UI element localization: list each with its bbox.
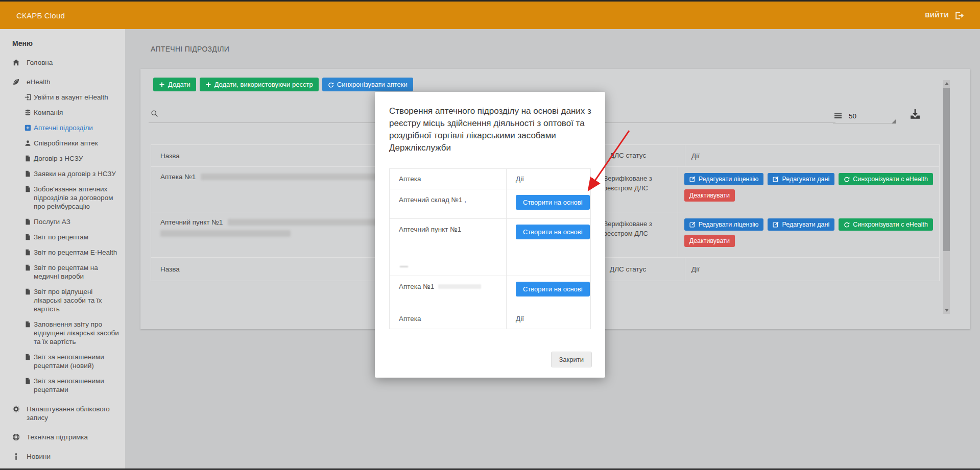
info-icon — [12, 453, 20, 460]
deactivate-button[interactable]: Деактивувати — [684, 235, 735, 247]
edit-license-button[interactable]: Редагувати ліцензію — [684, 173, 764, 185]
modal-table-footer-row: Аптека Дії — [390, 308, 590, 329]
create-from-registry-button[interactable]: Створити на основі — [516, 225, 590, 239]
row-dls-status: Верифіковане з реєстром ДЛС — [597, 167, 678, 212]
row-actions-cell: Редагувати ліцензіюРедагувати даніСинхро… — [678, 167, 939, 212]
edit-icon — [689, 221, 696, 228]
vertical-scrollbar[interactable] — [943, 80, 950, 314]
sidebar-item[interactable]: Звіт за непогашеними рецептами — [12, 377, 121, 394]
sidebar-item[interactable]: Аптечні підрозділи — [12, 123, 121, 132]
redacted-text — [228, 219, 396, 226]
sidebar-item[interactable]: Головна — [12, 58, 121, 67]
edit-data-button[interactable]: Редагувати дані — [768, 218, 834, 231]
sidebar-item-label: eHealth — [27, 78, 51, 86]
sidebar-item[interactable]: Договір з НСЗУ — [12, 154, 121, 163]
sidebar-item-label: Увійти в акаунт eHealth — [34, 93, 108, 102]
sidebar-item[interactable]: Увійти в акаунт eHealth — [12, 93, 121, 102]
create-from-registry-button[interactable]: Створити на основі — [516, 195, 590, 210]
file-icon — [25, 155, 31, 162]
registry-entry-actions: Створити на основі — [506, 276, 590, 308]
add-button[interactable]: Додати — [153, 78, 196, 91]
sidebar-item-label: Співробітники аптек — [34, 139, 98, 147]
sidebar-item-label: Зобов'язання аптечних підрозділів за дог… — [34, 185, 121, 211]
sidebar-item-label: Послуги АЗ — [34, 217, 70, 226]
select-resize-corner-icon — [892, 119, 896, 123]
home-icon — [12, 59, 20, 66]
registry-entry-actions: Створити на основі — [506, 219, 590, 276]
refresh-icon — [844, 176, 850, 182]
page-size-select[interactable]: 50 — [833, 109, 896, 123]
registry-entry-name: Аптечний склад №1 , — [390, 189, 506, 218]
edit-license-button[interactable]: Редагувати ліцензію — [684, 218, 764, 231]
scrollbar-down-button[interactable] — [943, 307, 950, 314]
modal-table-body: Аптечний склад №1 ,Створити на основіАпт… — [390, 189, 590, 308]
sidebar-item[interactable]: Звіт по рецептам — [12, 233, 121, 241]
sidebar-item[interactable]: Звіт по рецептам на медичні вироби — [12, 263, 121, 281]
registry-entry-name: Аптека №1 — [390, 276, 506, 308]
sync-pharmacies-button[interactable]: Синхронізувати аптеки — [322, 78, 413, 91]
modal-column-header-pharmacy: Аптека — [390, 169, 506, 189]
sync-ehealth-button[interactable]: Синхронізувати с eHealth — [839, 218, 933, 231]
registry-entry-actions: Створити на основі — [506, 189, 590, 218]
modal-registry-row: Аптека №1Створити на основі — [390, 276, 590, 308]
modal-registry-row: Аптечний пункт №1Створити на основі — [390, 219, 590, 276]
sidebar-item-label: Звіт по рецептам на медичні вироби — [34, 263, 121, 281]
column-footer-dls: ДЛС статус — [603, 258, 685, 281]
sidebar-item-label: Технічна підтримка — [27, 433, 88, 441]
list-menu-icon — [834, 112, 842, 120]
modal-table-header-row: Аптека Дії — [390, 169, 590, 189]
sidebar-item[interactable]: eHealth — [12, 78, 121, 86]
sidebar-item[interactable]: Компанія — [12, 108, 121, 117]
gear-icon — [12, 405, 20, 413]
sidebar-item[interactable]: Звіт про відпущені лікарські засоби та ї… — [12, 287, 121, 313]
sidebar-item-label: Заявки на договір з НСЗУ — [34, 169, 116, 178]
plus-icon — [159, 82, 165, 88]
download-button[interactable] — [910, 108, 921, 119]
sidebar-item[interactable]: Співробітники аптек — [12, 139, 121, 147]
user-icon — [25, 140, 31, 146]
sidebar-item-label: Звіт по рецептам E-Health — [34, 248, 117, 257]
sidebar-item[interactable]: Налаштування облікового запису — [12, 405, 121, 422]
sidebar-item[interactable]: Зобов'язання аптечних підрозділів за дог… — [12, 185, 121, 211]
logout-label: ВИЙТИ — [925, 12, 949, 19]
app-screen: СКАРБ Cloud ВИЙТИ Меню ГоловнаeHealthУві… — [0, 0, 980, 470]
file-icon — [25, 186, 31, 192]
close-modal-button[interactable]: Закрити — [551, 352, 592, 367]
sidebar-item[interactable]: Технічна підтримка — [12, 433, 121, 441]
modal-column-footer-pharmacy: Аптека — [390, 308, 506, 329]
sidebar-item[interactable]: Заявки на договір з НСЗУ — [12, 169, 121, 178]
scrollbar-up-button[interactable] — [943, 80, 950, 87]
sidebar-item[interactable]: Заповнення звіту про відпущені лікарські… — [12, 320, 121, 346]
download-icon — [910, 108, 921, 119]
sidebar-item-label: Головна — [27, 58, 53, 67]
logout-button[interactable]: ВИЙТИ — [925, 11, 964, 20]
modal-title: Створення аптечного підрозділу на основі… — [389, 105, 592, 154]
file-icon — [25, 321, 31, 328]
deactivate-button[interactable]: Деактивувати — [684, 189, 735, 202]
create-from-registry-button[interactable]: Створити на основі — [516, 282, 590, 296]
redacted-text — [400, 266, 408, 267]
sidebar-item[interactable]: Звіт за непогашеними рецептами (новий) — [12, 353, 121, 370]
sidebar-item-label: Договір з НСЗУ — [34, 154, 83, 163]
file-icon — [25, 249, 31, 256]
sidebar-item-label: Звіт за непогашеними рецептами (новий) — [34, 353, 121, 370]
sidebar-title: Меню — [12, 39, 121, 47]
sync-ehealth-button[interactable]: Синхронізувати с eHealth — [839, 173, 933, 185]
page-title: АПТЕЧНІ ПІДРОЗДІЛИ — [151, 45, 229, 53]
file-icon — [25, 234, 31, 240]
database-icon — [25, 109, 31, 116]
add-using-registry-button[interactable]: Додати, використовуючи реєстр — [200, 78, 319, 91]
sidebar-item[interactable]: Послуги АЗ — [12, 217, 121, 226]
refresh-icon — [844, 221, 850, 228]
edit-icon — [773, 221, 779, 228]
sidebar-item[interactable]: Новини — [12, 452, 121, 461]
sidebar-item-label: Компанія — [34, 108, 63, 117]
sidebar-item[interactable]: Звіт по рецептам E-Health — [12, 248, 121, 257]
row-name: Аптечний пункт №1 — [160, 218, 223, 226]
edit-data-button[interactable]: Редагувати дані — [768, 173, 834, 185]
scrollbar-thumb[interactable] — [943, 88, 950, 251]
leaf-icon — [12, 78, 20, 86]
edit-icon — [773, 176, 779, 182]
plus-icon — [205, 82, 211, 88]
file-icon — [25, 354, 31, 360]
